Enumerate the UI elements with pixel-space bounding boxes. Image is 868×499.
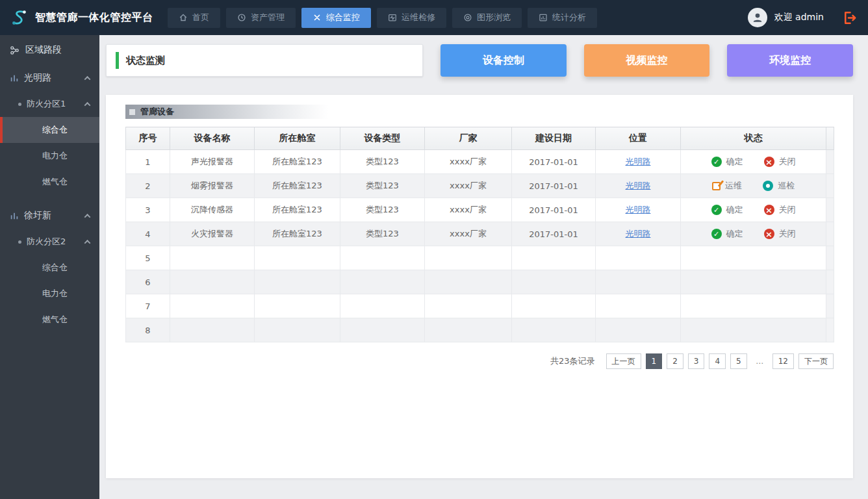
status-chip-ok[interactable]: ✓确定	[711, 204, 743, 216]
status-chip-closed[interactable]: ×关闭	[764, 228, 796, 240]
nav-label: 运维检修	[402, 12, 435, 23]
action-button-device-control[interactable]: 设备控制	[440, 44, 567, 77]
table-scrollbar-track[interactable]	[826, 174, 834, 198]
table-row: 7	[126, 294, 834, 318]
cell-name: 沉降传感器	[170, 198, 255, 222]
nav-item-graphics[interactable]: 图形浏览	[452, 8, 522, 28]
nav-item-assets[interactable]: 资产管理	[226, 8, 296, 28]
cell-type: 类型123	[340, 174, 425, 198]
table-scrollbar-track[interactable]	[826, 222, 834, 246]
pagination: 共23条记录 上一页 12345…12 下一页	[125, 353, 834, 369]
sidebar-item-ranqicang-1[interactable]: 燃气仓	[0, 169, 99, 195]
sidebar-item-dianlicang-1[interactable]: 电力仓	[0, 143, 99, 169]
cell-status	[681, 270, 826, 294]
group-label-text: 徐圩新	[24, 210, 51, 222]
status-chip-closed[interactable]: ×关闭	[764, 204, 796, 216]
sidebar-item-zonghecang-1[interactable]: 综合仓	[0, 117, 99, 143]
region-nodes-icon	[10, 45, 19, 55]
table-row: 2烟雾报警器所在舱室123类型123xxxx厂家2017-01-01光明路运维巡…	[126, 174, 834, 198]
page-button-4[interactable]: 4	[709, 353, 726, 369]
brand: 智慧管廊一体化管控平台	[0, 8, 168, 27]
cell-date	[512, 246, 596, 270]
sidebar-item-ranqicang-2[interactable]: 燃气仓	[0, 307, 99, 333]
road-bars-icon	[10, 73, 19, 83]
status-chip-ok[interactable]: ✓确定	[711, 156, 743, 168]
page-button-3[interactable]: 3	[688, 353, 705, 369]
close-circle-icon: ×	[764, 205, 774, 215]
status-label: 确定	[726, 228, 743, 240]
nav-item-statistics[interactable]: 统计分析	[528, 8, 597, 28]
location-link[interactable]: 光明路	[626, 181, 651, 190]
check-circle-icon: ✓	[711, 205, 722, 215]
table-header: 序号 设备名称 所在舱室 设备类型 厂家 建设日期 位置 状态	[126, 127, 834, 150]
cell-vendor	[425, 294, 512, 318]
sidebar-group-label-xuweixin[interactable]: 徐圩新	[0, 203, 99, 229]
table-scrollbar-track[interactable]	[826, 150, 834, 174]
nav-item-maintenance[interactable]: 运维检修	[377, 8, 446, 28]
action-button-video-monitor[interactable]: 视频监控	[584, 44, 710, 77]
cell-type: 类型123	[340, 198, 425, 222]
chevron-up-icon	[84, 101, 91, 108]
status-chip-inspect[interactable]: 巡检	[763, 180, 795, 192]
cell-type	[340, 270, 425, 294]
nav-label: 统计分析	[552, 12, 586, 23]
table-scrollbar-track[interactable]	[826, 294, 834, 318]
cell-type	[340, 294, 425, 318]
page-button-12[interactable]: 12	[772, 353, 794, 369]
next-page-button[interactable]: 下一页	[798, 353, 834, 369]
cell-room: 所在舱室123	[255, 150, 340, 174]
app-title: 智慧管廊一体化管控平台	[35, 11, 153, 25]
page-button-1[interactable]: 1	[646, 353, 663, 369]
close-circle-icon: ×	[764, 229, 774, 239]
sidebar-item-zonghecang-2[interactable]: 综合仓	[0, 255, 99, 281]
status-chip-closed[interactable]: ×关闭	[764, 156, 796, 168]
location-link[interactable]: 光明路	[626, 157, 651, 166]
green-accent-bar	[116, 52, 119, 69]
table-row: 8	[126, 318, 834, 342]
sidebar-subgroup-fire-zone-2[interactable]: 防火分区2	[0, 229, 99, 255]
home-icon	[179, 13, 188, 22]
nav-item-home[interactable]: 首页	[168, 8, 220, 28]
graphics-icon	[463, 13, 472, 22]
logout-button[interactable]	[841, 10, 858, 26]
prev-page-button[interactable]: 上一页	[606, 353, 641, 369]
table-scrollbar-track[interactable]	[826, 270, 834, 294]
table-scrollbar-track[interactable]	[826, 198, 834, 222]
sidebar-item-dianlicang-2[interactable]: 电力仓	[0, 281, 99, 307]
user-avatar[interactable]	[748, 8, 767, 27]
bullet-icon	[18, 103, 21, 106]
location-link[interactable]: 光明路	[626, 205, 651, 214]
page-button-2[interactable]: 2	[667, 353, 683, 369]
cell-room: 所在舱室123	[255, 198, 340, 222]
subgroup-label-text: 防火分区1	[27, 98, 66, 110]
close-circle-icon: ×	[764, 157, 774, 167]
location-link[interactable]: 光明路	[626, 229, 651, 238]
cell-date: 2017-01-01	[512, 150, 596, 174]
stats-icon	[539, 13, 548, 22]
cell-location	[596, 270, 681, 294]
bullet-icon	[18, 240, 21, 244]
table-scrollbar-track[interactable]	[826, 318, 834, 342]
logo-icon	[9, 8, 29, 27]
nav-label: 首页	[192, 12, 209, 23]
status-chip-maintain[interactable]: 运维	[712, 180, 742, 192]
cell-status: ✓确定×关闭	[681, 222, 826, 246]
cell-type: 类型123	[340, 222, 425, 246]
table-scrollbar-track[interactable]	[826, 246, 834, 270]
nav-item-monitoring[interactable]: 综合监控	[301, 8, 371, 28]
cell-vendor	[425, 270, 512, 294]
page-button-5[interactable]: 5	[730, 353, 747, 369]
device-table-body: 1声光报警器所在舱室123类型123xxxx厂家2017-01-01光明路✓确定…	[126, 150, 834, 342]
cell-room: 所在舱室123	[255, 222, 340, 246]
topbar-right: 欢迎 admin	[748, 8, 868, 27]
asset-icon	[237, 13, 246, 22]
sidebar-subgroup-fire-zone-1[interactable]: 防火分区1	[0, 91, 99, 117]
action-button-env-monitor[interactable]: 环境监控	[727, 44, 853, 77]
status-chip-ok[interactable]: ✓确定	[711, 228, 743, 240]
sidebar-group-label-guangminglu[interactable]: 光明路	[0, 65, 99, 91]
cell-room	[255, 246, 340, 270]
cell-no: 7	[126, 294, 170, 318]
status-monitor-label: 状态监测	[126, 55, 165, 67]
item-label: 综合仓	[42, 262, 68, 274]
item-label: 综合仓	[42, 124, 68, 136]
